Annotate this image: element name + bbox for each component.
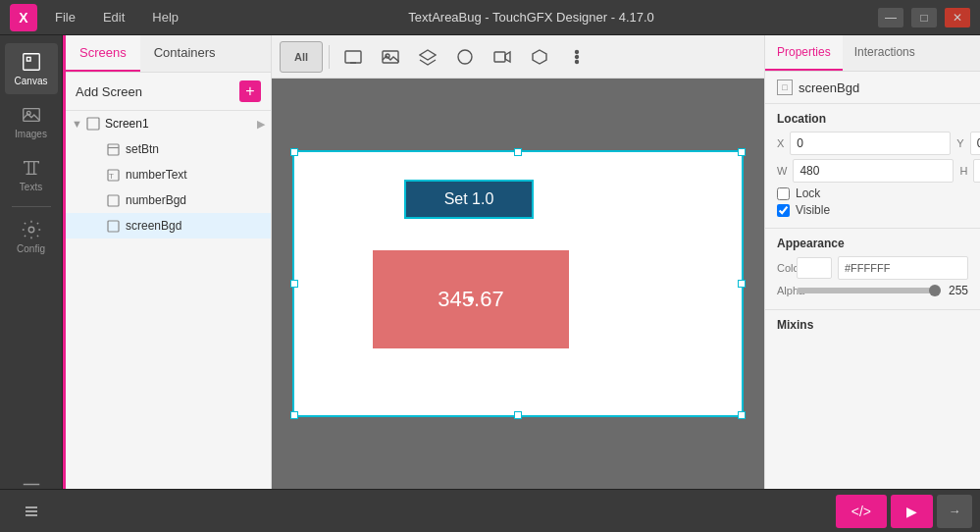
prop-widget-name-row: □ screenBgd — [765, 72, 980, 104]
handle-mid-right[interactable] — [738, 280, 746, 288]
handle-bot-right[interactable] — [738, 411, 746, 419]
tree-item-screenBgd[interactable]: screenBgd — [66, 213, 271, 239]
sidebar-label-canvas: Canvas — [15, 76, 48, 86]
handle-bot-left[interactable] — [290, 411, 298, 419]
tree-label-screenBgd: screenBgd — [126, 219, 181, 233]
prop-row-wh: W H — [777, 159, 968, 183]
canvas-area: All — [272, 35, 764, 532]
alpha-row: Alpha 255 — [777, 284, 968, 297]
lock-checkbox[interactable] — [777, 187, 790, 200]
svg-rect-2 — [23, 109, 39, 122]
setbtn-widget[interactable]: Set 1.0 — [404, 180, 534, 219]
export-button[interactable]: → — [937, 495, 972, 528]
sidebar-label-texts: Texts — [20, 182, 42, 192]
h-input[interactable] — [973, 159, 980, 183]
alpha-label: Alpha — [777, 285, 791, 296]
x-label: X — [777, 137, 784, 149]
toolbar-more-btn[interactable] — [559, 41, 594, 73]
svg-marker-19 — [505, 52, 510, 62]
svg-marker-16 — [420, 50, 436, 60]
setbtn-label: Set 1.0 — [444, 190, 494, 208]
tree-label-numberText: numberText — [126, 168, 187, 182]
handle-bot-center[interactable] — [514, 411, 522, 419]
titlebar: X File Edit Help TextAreaBug - TouchGFX … — [0, 0, 980, 35]
handle-top-center[interactable] — [514, 148, 522, 156]
color-swatch[interactable] — [797, 257, 832, 279]
menu-edit[interactable]: Edit — [97, 6, 130, 28]
texts-icon — [21, 157, 42, 179]
sidebar-item-texts[interactable]: Texts — [5, 149, 58, 200]
svg-point-17 — [458, 50, 472, 64]
toolbar-screen-btn[interactable] — [335, 41, 371, 73]
svg-rect-12 — [345, 51, 361, 63]
canvas-content[interactable]: Set 1.0 345.67 — [272, 79, 764, 489]
menu-help[interactable]: Help — [146, 6, 184, 28]
toolbar-shape-btn[interactable] — [447, 41, 483, 73]
svg-rect-11 — [108, 221, 119, 232]
menu-icon-btn[interactable] — [8, 495, 55, 528]
config-icon — [21, 219, 42, 240]
toolbar-layers-btn[interactable] — [410, 41, 445, 73]
icon-sidebar: Canvas Images Texts Config — [0, 35, 63, 532]
tab-interactions[interactable]: Interactions — [843, 35, 927, 71]
prop-row-xy: X Y — [777, 132, 968, 155]
number-widget[interactable]: 345.67 — [373, 250, 569, 348]
alpha-fill — [797, 288, 939, 293]
code-icon: </> — [851, 504, 871, 519]
appearance-title: Appearance — [777, 237, 968, 250]
tab-properties[interactable]: Properties — [765, 35, 843, 71]
bottom-action-bar-wrapper: </> ▶ → — [0, 489, 980, 532]
alpha-slider[interactable] — [797, 288, 939, 293]
export-icon: → — [949, 504, 961, 518]
tab-screens[interactable]: Screens — [66, 35, 140, 72]
tree-arrow-right: ▶ — [257, 118, 265, 131]
prop-section-location: Location X Y W H Lock Visible — [765, 104, 980, 229]
lock-label: Lock — [796, 186, 820, 200]
handle-mid-left[interactable] — [290, 280, 298, 288]
mixins-title: Mixins — [765, 310, 980, 340]
tree-item-screen1[interactable]: ▼ Screen1 ▶ — [66, 111, 271, 136]
location-title: Location — [777, 112, 968, 126]
canvas-icon — [21, 51, 42, 73]
minimize-button[interactable]: — — [878, 8, 903, 27]
toolbar-sep1 — [329, 45, 330, 69]
visible-label: Visible — [796, 203, 830, 217]
numberbgd-icon — [105, 192, 121, 208]
sidebar-item-canvas[interactable]: Canvas — [5, 43, 58, 94]
toolbar-video-btn[interactable] — [485, 41, 520, 73]
toolbar-image-btn[interactable] — [373, 41, 408, 73]
menu-file[interactable]: File — [49, 6, 81, 28]
toolbar-3d-btn[interactable] — [522, 41, 557, 73]
prop-section-appearance: Appearance Color #FFFFFF Alpha 255 — [765, 229, 980, 310]
sidebar-item-images[interactable]: Images — [5, 96, 58, 147]
svg-rect-0 — [23, 54, 39, 71]
x-input[interactable] — [790, 132, 951, 155]
maximize-button[interactable]: □ — [911, 8, 937, 27]
toolbar-all-btn[interactable]: All — [280, 41, 323, 73]
handle-top-left[interactable] — [290, 148, 298, 156]
svg-rect-10 — [108, 195, 119, 206]
handle-top-right[interactable] — [738, 148, 746, 156]
w-label: W — [777, 165, 787, 177]
y-input[interactable] — [970, 132, 980, 155]
close-button[interactable]: ✕ — [945, 8, 970, 27]
alpha-knob[interactable] — [929, 285, 941, 296]
sidebar-item-config[interactable]: Config — [5, 211, 58, 262]
add-screen-button[interactable]: + — [239, 80, 261, 102]
action-bar: </> ▶ → — [0, 489, 980, 532]
code-generate-button[interactable]: </> — [836, 495, 887, 528]
w-input[interactable] — [793, 159, 954, 183]
alpha-value: 255 — [945, 284, 968, 297]
tree-item-setBtn[interactable]: setBtn — [66, 136, 271, 162]
tree-label-screen1: Screen1 — [105, 117, 149, 131]
visible-checkbox[interactable] — [777, 204, 790, 217]
svg-rect-6 — [108, 144, 119, 155]
run-button[interactable]: ▶ — [891, 495, 933, 528]
add-screen-label: Add Screen — [76, 84, 142, 99]
window-controls: — □ ✕ — [878, 8, 970, 27]
svg-point-20 — [576, 50, 579, 53]
tree-item-numberText[interactable]: T numberText — [66, 162, 271, 187]
numbertext-icon: T — [105, 167, 121, 183]
tab-containers[interactable]: Containers — [140, 35, 230, 72]
tree-item-numberBgd[interactable]: numberBgd — [66, 187, 271, 213]
